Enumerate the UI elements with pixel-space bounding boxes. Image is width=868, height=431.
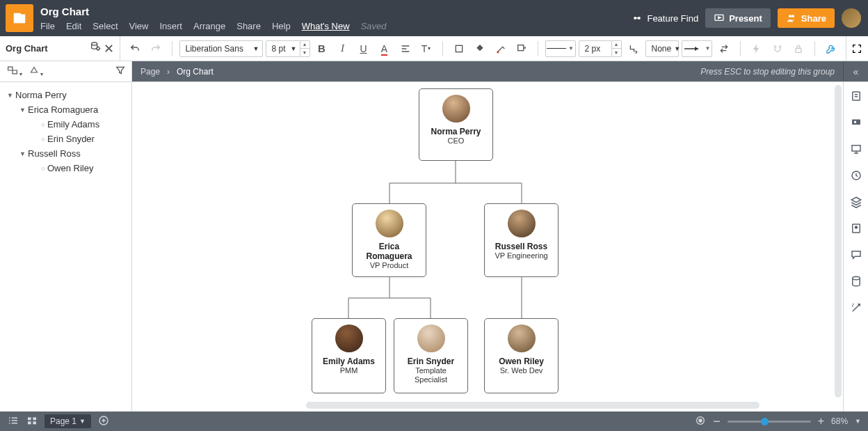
feature-find-button[interactable]: Feature Find: [632, 13, 698, 24]
align-button[interactable]: [396, 40, 415, 58]
org-node-template-specialist[interactable]: Erin Snyder Template Specialist: [394, 318, 468, 393]
avatar: [417, 324, 445, 352]
shape-tool-icon[interactable]: ▾: [6, 65, 22, 78]
breadcrumb-current[interactable]: Org Chart: [177, 67, 214, 77]
zoom-level[interactable]: 68%: [831, 416, 848, 426]
present-mode-icon[interactable]: [849, 142, 863, 156]
zoom-in-button[interactable]: +: [818, 415, 824, 428]
right-rail: [843, 82, 868, 412]
org-node-vp-engineering[interactable]: Russell Ross VP Engineering: [484, 203, 558, 277]
user-avatar[interactable]: [842, 8, 861, 28]
document-title[interactable]: Org Chart: [40, 6, 632, 18]
fill-button[interactable]: [450, 40, 468, 58]
svg-point-3: [789, 15, 791, 17]
org-node-web-dev[interactable]: Owen Riley Sr. Web Dev: [484, 318, 558, 393]
canvas[interactable]: Norma Perry CEO Erica Romaguera VP Produ…: [132, 82, 843, 412]
italic-button[interactable]: I: [334, 40, 352, 58]
magnet-icon[interactable]: [769, 40, 787, 58]
arrow-start-select[interactable]: None▼: [645, 40, 679, 57]
menu-view[interactable]: View: [129, 21, 149, 31]
add-page-icon[interactable]: [98, 415, 109, 428]
comments-icon[interactable]: [849, 248, 863, 262]
svg-point-26: [852, 276, 860, 280]
menu-whats-new[interactable]: What's New: [302, 21, 350, 31]
menu-bar: File Edit Select View Insert Arrange Sha…: [40, 21, 632, 31]
breadcrumb-root[interactable]: Page: [140, 67, 160, 77]
menu-select[interactable]: Select: [93, 21, 118, 31]
text-options-button[interactable]: T▾: [417, 40, 435, 58]
app-logo[interactable]: [6, 4, 33, 32]
layers-icon[interactable]: [849, 195, 863, 209]
shape-tool-2-icon[interactable]: ▾: [28, 65, 43, 78]
data-config-icon[interactable]: [90, 41, 101, 56]
avatar: [376, 210, 403, 237]
text-color-button[interactable]: A: [376, 40, 394, 58]
data-icon[interactable]: [849, 274, 863, 288]
zoom-out-button[interactable]: −: [713, 414, 721, 429]
theme-icon[interactable]: [849, 221, 863, 235]
list-view-icon[interactable]: [7, 416, 19, 428]
shape-options-button[interactable]: [513, 40, 531, 58]
arrow-end-select[interactable]: ▼: [682, 40, 712, 57]
filter-icon[interactable]: [115, 65, 126, 78]
notes-icon[interactable]: [849, 89, 863, 103]
org-node-pmm[interactable]: Emily Adams PMM: [312, 318, 386, 393]
saved-status: Saved: [361, 21, 387, 31]
tree-item[interactable]: ○Emily Adams: [0, 117, 131, 132]
zoom-slider[interactable]: [728, 421, 811, 423]
chevron-right-icon: ›: [167, 67, 170, 77]
font-size-select[interactable]: 8 pt▼: [266, 40, 300, 57]
menu-edit[interactable]: Edit: [66, 21, 81, 31]
svg-rect-10: [796, 48, 801, 52]
line-route-button[interactable]: [625, 40, 643, 58]
wrench-icon[interactable]: [822, 40, 840, 58]
vertical-scrollbar[interactable]: [835, 85, 842, 398]
present-button[interactable]: Present: [705, 8, 771, 28]
tree-item[interactable]: ○Owen Riley: [0, 161, 131, 175]
svg-point-6: [97, 47, 99, 49]
share-button[interactable]: Share: [778, 8, 835, 28]
present-label: Present: [729, 13, 762, 24]
menu-arrange[interactable]: Arrange: [193, 21, 225, 31]
share-label: Share: [801, 13, 826, 24]
svg-rect-7: [456, 45, 462, 52]
redo-button[interactable]: [147, 40, 165, 58]
bolt-icon[interactable]: [748, 40, 766, 58]
tree-item[interactable]: ▼Erica Romaguera: [0, 102, 131, 117]
page-select[interactable]: Page 1▼: [45, 414, 91, 428]
slides-icon[interactable]: [849, 116, 863, 130]
line-width-select[interactable]: 2 px: [579, 40, 612, 57]
node-name: Erica Romaguera: [357, 242, 421, 261]
tree-item[interactable]: ▼Norma Perry: [0, 88, 131, 102]
swap-arrows-button[interactable]: [715, 40, 733, 58]
org-node-ceo[interactable]: Norma Perry CEO: [419, 88, 493, 161]
line-width-spinner[interactable]: ▲▼: [612, 40, 622, 57]
grid-view-icon[interactable]: [26, 416, 38, 428]
bold-button[interactable]: B: [313, 40, 331, 58]
history-icon[interactable]: [849, 169, 863, 182]
lock-icon[interactable]: [789, 40, 807, 58]
menu-help[interactable]: Help: [272, 21, 291, 31]
magic-icon[interactable]: [849, 301, 863, 315]
border-color-button[interactable]: [492, 40, 510, 58]
svg-rect-27: [28, 417, 31, 420]
horizontal-scrollbar[interactable]: [306, 402, 760, 409]
node-name: Emily Adams: [323, 356, 375, 366]
target-icon[interactable]: [695, 415, 706, 428]
tree-item[interactable]: ○Erin Snyder: [0, 132, 131, 146]
menu-file[interactable]: File: [40, 21, 55, 31]
collapse-right-button[interactable]: «: [843, 61, 868, 81]
underline-button[interactable]: U: [355, 40, 373, 58]
close-panel-icon[interactable]: ✕: [104, 41, 114, 56]
secondary-bar: ▾ ▾ Page › Org Chart Press ESC to stop e…: [0, 61, 868, 82]
line-style-select[interactable]: ▼: [545, 40, 576, 57]
font-family-select[interactable]: Liberation Sans▼: [179, 40, 263, 57]
menu-insert[interactable]: Insert: [159, 21, 182, 31]
org-node-vp-product[interactable]: Erica Romaguera VP Product: [352, 203, 426, 277]
font-size-spinner[interactable]: ▲▼: [300, 40, 310, 57]
undo-button[interactable]: [126, 40, 144, 58]
tree-item[interactable]: ▼Russell Ross: [0, 146, 131, 161]
fill-color-button[interactable]: [471, 40, 489, 58]
fullscreen-button[interactable]: [846, 36, 868, 61]
menu-share[interactable]: Share: [236, 21, 261, 31]
